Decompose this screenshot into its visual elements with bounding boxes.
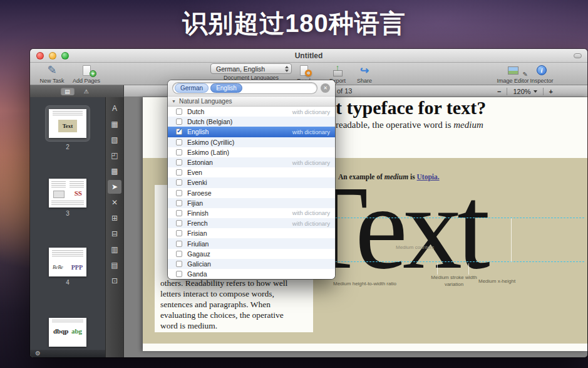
annotation-x-height: Medium x-height (478, 278, 515, 284)
language-row[interactable]: Fijian (168, 198, 335, 208)
paragraph-line: letters interact to compose words, (160, 288, 287, 299)
draw-text-block-icon[interactable]: A (108, 102, 121, 115)
language-row[interactable]: Galician (168, 259, 335, 269)
erase-area-icon[interactable]: ▩ (108, 164, 121, 178)
titlebar[interactable]: Untitled (30, 49, 587, 63)
annotation-counters: Medium counters (396, 244, 434, 250)
add-pages-icon: + (69, 63, 104, 77)
language-token-field[interactable]: German English (173, 83, 317, 93)
delete-table-row-icon[interactable]: ⊟ (108, 227, 121, 241)
chevron-down-icon (534, 90, 537, 93)
disclosure-triangle-icon[interactable]: ▼ (172, 99, 176, 103)
section-header[interactable]: ▼ Natural Languages (168, 97, 335, 107)
page-thumbnail[interactable]: BeBe PPP (49, 248, 86, 276)
new-task-icon: ✎ (35, 63, 69, 77)
language-checkbox[interactable] (176, 179, 182, 186)
language-checkbox[interactable] (176, 169, 182, 176)
language-row[interactable]: Ganda (168, 269, 335, 279)
language-checkbox[interactable] (176, 271, 182, 277)
inspector-button[interactable]: i Inspector (526, 63, 557, 85)
selected-thumbnail-ring: Text (46, 106, 90, 141)
language-checkbox[interactable] (176, 230, 182, 236)
language-row[interactable]: Evenki (168, 177, 335, 187)
magnifier-icon (305, 70, 312, 76)
language-row[interactable]: Estonian with dictionary (168, 157, 335, 167)
language-row[interactable]: Friulian (168, 238, 335, 248)
delete-block-icon[interactable]: ✕ (108, 196, 121, 209)
language-name: Eskimo (Latin) (187, 149, 229, 156)
add-pages-button[interactable]: + Add Pages (69, 63, 104, 85)
language-checkbox[interactable] (176, 108, 182, 115)
language-checkbox[interactable] (176, 251, 182, 257)
language-checkbox[interactable] (176, 118, 182, 125)
language-name: Frisian (187, 229, 207, 237)
language-name: Finnish (187, 209, 209, 217)
info-icon: i (537, 65, 547, 75)
annotation-height-width: Medium height-to-width ratio (333, 281, 396, 287)
language-row[interactable]: Finnish with dictionary (168, 208, 335, 218)
share-button[interactable]: ↪ Share (351, 63, 378, 85)
language-row[interactable]: Dutch with dictionary (168, 107, 335, 117)
alerts-tab[interactable]: ⚠ (80, 87, 93, 95)
baseline-guide-line (316, 261, 584, 262)
gear-icon[interactable]: ⚙ (35, 350, 41, 357)
language-name: Faroese (187, 189, 212, 197)
zoom-in-button[interactable]: + (544, 88, 559, 95)
language-checkbox[interactable] (176, 210, 182, 216)
utopia-link[interactable]: Utopia. (417, 173, 440, 181)
language-row[interactable]: Frisian (168, 228, 335, 238)
language-name: English (187, 128, 209, 135)
language-checkbox[interactable] (176, 159, 182, 166)
paragraph-line: word is medium. (160, 320, 287, 331)
caption-emphasis: medium (384, 173, 408, 181)
language-row[interactable]: Eskimo (Cyrillic) (168, 137, 335, 147)
clear-tokens-button[interactable]: ✕ (321, 83, 330, 93)
language-checkbox[interactable] (176, 200, 182, 206)
language-checkbox[interactable] (176, 190, 182, 196)
zoom-level-select[interactable]: 120% (507, 88, 543, 95)
page-thumbnail[interactable]: Text (49, 109, 86, 138)
language-row[interactable]: Even (168, 167, 335, 177)
language-checkbox[interactable] (176, 129, 182, 135)
language-name: Even (187, 169, 202, 176)
measure-line (437, 263, 438, 275)
language-checkbox[interactable] (176, 241, 182, 247)
draw-picture-block-icon[interactable]: ▧ (108, 133, 121, 147)
merge-table-cells-icon[interactable]: ▤ (108, 258, 121, 272)
language-row[interactable]: French with dictionary (168, 218, 335, 228)
language-token[interactable]: German (175, 83, 209, 93)
language-row[interactable]: Eskimo (Latin) (168, 147, 335, 157)
zoom-out-button[interactable]: − (492, 88, 507, 95)
paragraph-line: others. Readability refers to how well (160, 278, 287, 288)
page-thumbnail[interactable]: dbqp abg (49, 318, 86, 347)
pointer-tool-icon[interactable]: ➤ (108, 180, 121, 194)
page-thumbnail[interactable]: SS (49, 179, 86, 208)
toolbar-toggle-button[interactable] (574, 53, 582, 58)
language-row[interactable]: Gagauz (168, 249, 335, 259)
add-table-row-icon[interactable]: ⊞ (108, 211, 121, 225)
photo-icon (508, 66, 518, 75)
draw-table-block-icon[interactable]: ▦ (108, 117, 121, 131)
language-name: Dutch (187, 108, 204, 115)
language-checkbox[interactable] (176, 139, 182, 145)
language-row[interactable]: Dutch (Belgian) (168, 117, 335, 127)
thumbnail-slot: dbqp abg (30, 318, 105, 349)
language-checkbox[interactable] (176, 261, 182, 267)
table-grid-icon[interactable]: ⊡ (108, 274, 121, 288)
new-task-button[interactable]: ✎ New Task (35, 63, 69, 85)
language-token[interactable]: English (210, 83, 242, 93)
annotation-stroke-variation: Medium stroke width variation (430, 275, 478, 288)
figure-caption: An example of medium is Utopia. (338, 173, 440, 181)
paragraph-line: sentences and paragraphs. When (160, 299, 287, 310)
page-number: 2 (30, 144, 105, 150)
split-table-cells-icon[interactable]: ▥ (108, 243, 121, 256)
language-row[interactable]: English with dictionary (168, 127, 335, 137)
language-checkbox[interactable] (176, 149, 182, 155)
recognition-area-icon[interactable]: ◰ (108, 149, 121, 162)
pages-tab[interactable]: ▤ (61, 87, 75, 95)
dictionary-note: with dictionary (292, 220, 335, 227)
zoom-controls: − 120% + (492, 87, 559, 96)
language-row[interactable]: Faroese (168, 188, 335, 198)
document-languages-select[interactable]: German, English (210, 63, 292, 74)
language-checkbox[interactable] (176, 220, 182, 226)
